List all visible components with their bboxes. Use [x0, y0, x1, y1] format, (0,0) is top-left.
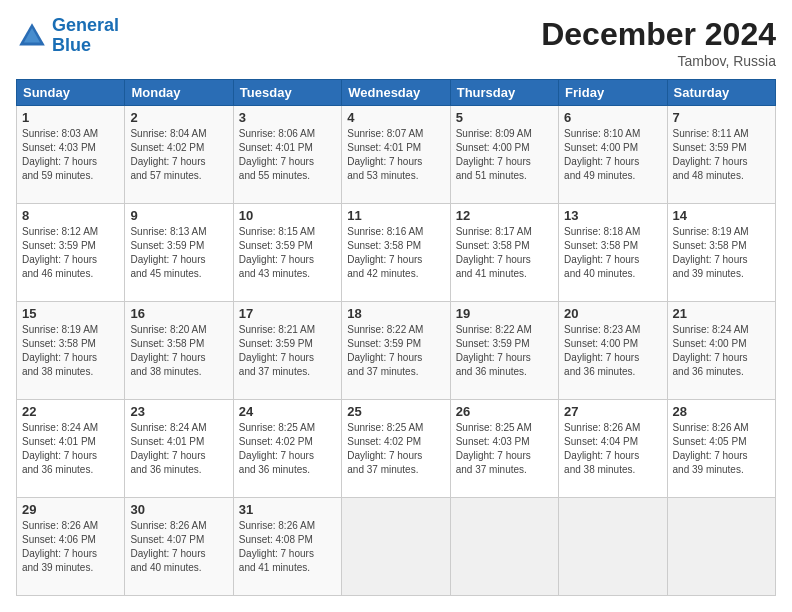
day-info: Sunrise: 8:16 AM Sunset: 3:58 PM Dayligh…	[347, 225, 444, 281]
calendar-table: Sunday Monday Tuesday Wednesday Thursday…	[16, 79, 776, 596]
calendar-cell: 14Sunrise: 8:19 AM Sunset: 3:58 PM Dayli…	[667, 204, 775, 302]
day-info: Sunrise: 8:10 AM Sunset: 4:00 PM Dayligh…	[564, 127, 661, 183]
day-number: 23	[130, 404, 227, 419]
calendar-cell: 25Sunrise: 8:25 AM Sunset: 4:02 PM Dayli…	[342, 400, 450, 498]
day-number: 5	[456, 110, 553, 125]
col-tuesday: Tuesday	[233, 80, 341, 106]
calendar-cell: 10Sunrise: 8:15 AM Sunset: 3:59 PM Dayli…	[233, 204, 341, 302]
calendar-cell: 13Sunrise: 8:18 AM Sunset: 3:58 PM Dayli…	[559, 204, 667, 302]
calendar-cell: 28Sunrise: 8:26 AM Sunset: 4:05 PM Dayli…	[667, 400, 775, 498]
day-number: 16	[130, 306, 227, 321]
day-info: Sunrise: 8:22 AM Sunset: 3:59 PM Dayligh…	[347, 323, 444, 379]
calendar-cell	[559, 498, 667, 596]
day-info: Sunrise: 8:12 AM Sunset: 3:59 PM Dayligh…	[22, 225, 119, 281]
day-info: Sunrise: 8:18 AM Sunset: 3:58 PM Dayligh…	[564, 225, 661, 281]
day-info: Sunrise: 8:23 AM Sunset: 4:00 PM Dayligh…	[564, 323, 661, 379]
calendar-cell: 16Sunrise: 8:20 AM Sunset: 3:58 PM Dayli…	[125, 302, 233, 400]
day-number: 27	[564, 404, 661, 419]
calendar-cell: 27Sunrise: 8:26 AM Sunset: 4:04 PM Dayli…	[559, 400, 667, 498]
col-saturday: Saturday	[667, 80, 775, 106]
day-number: 14	[673, 208, 770, 223]
day-info: Sunrise: 8:26 AM Sunset: 4:08 PM Dayligh…	[239, 519, 336, 575]
day-number: 9	[130, 208, 227, 223]
day-number: 10	[239, 208, 336, 223]
day-number: 29	[22, 502, 119, 517]
calendar-cell	[342, 498, 450, 596]
title-block: December 2024 Tambov, Russia	[541, 16, 776, 69]
calendar-cell: 6Sunrise: 8:10 AM Sunset: 4:00 PM Daylig…	[559, 106, 667, 204]
day-info: Sunrise: 8:26 AM Sunset: 4:05 PM Dayligh…	[673, 421, 770, 477]
day-number: 25	[347, 404, 444, 419]
day-number: 17	[239, 306, 336, 321]
calendar-week-1: 1Sunrise: 8:03 AM Sunset: 4:03 PM Daylig…	[17, 106, 776, 204]
calendar-cell: 3Sunrise: 8:06 AM Sunset: 4:01 PM Daylig…	[233, 106, 341, 204]
day-info: Sunrise: 8:22 AM Sunset: 3:59 PM Dayligh…	[456, 323, 553, 379]
calendar-cell: 19Sunrise: 8:22 AM Sunset: 3:59 PM Dayli…	[450, 302, 558, 400]
day-info: Sunrise: 8:09 AM Sunset: 4:00 PM Dayligh…	[456, 127, 553, 183]
page: General Blue December 2024 Tambov, Russi…	[0, 0, 792, 612]
calendar-cell: 5Sunrise: 8:09 AM Sunset: 4:00 PM Daylig…	[450, 106, 558, 204]
day-info: Sunrise: 8:17 AM Sunset: 3:58 PM Dayligh…	[456, 225, 553, 281]
calendar-cell: 23Sunrise: 8:24 AM Sunset: 4:01 PM Dayli…	[125, 400, 233, 498]
col-wednesday: Wednesday	[342, 80, 450, 106]
logo: General Blue	[16, 16, 119, 56]
col-sunday: Sunday	[17, 80, 125, 106]
day-number: 13	[564, 208, 661, 223]
day-info: Sunrise: 8:13 AM Sunset: 3:59 PM Dayligh…	[130, 225, 227, 281]
day-info: Sunrise: 8:19 AM Sunset: 3:58 PM Dayligh…	[22, 323, 119, 379]
calendar-cell: 15Sunrise: 8:19 AM Sunset: 3:58 PM Dayli…	[17, 302, 125, 400]
day-number: 4	[347, 110, 444, 125]
day-number: 30	[130, 502, 227, 517]
day-info: Sunrise: 8:24 AM Sunset: 4:01 PM Dayligh…	[130, 421, 227, 477]
calendar-cell: 2Sunrise: 8:04 AM Sunset: 4:02 PM Daylig…	[125, 106, 233, 204]
day-info: Sunrise: 8:11 AM Sunset: 3:59 PM Dayligh…	[673, 127, 770, 183]
day-number: 20	[564, 306, 661, 321]
day-number: 31	[239, 502, 336, 517]
day-info: Sunrise: 8:20 AM Sunset: 3:58 PM Dayligh…	[130, 323, 227, 379]
calendar-cell: 20Sunrise: 8:23 AM Sunset: 4:00 PM Dayli…	[559, 302, 667, 400]
day-number: 18	[347, 306, 444, 321]
calendar-cell	[667, 498, 775, 596]
calendar-cell: 8Sunrise: 8:12 AM Sunset: 3:59 PM Daylig…	[17, 204, 125, 302]
calendar-cell: 11Sunrise: 8:16 AM Sunset: 3:58 PM Dayli…	[342, 204, 450, 302]
calendar-cell: 7Sunrise: 8:11 AM Sunset: 3:59 PM Daylig…	[667, 106, 775, 204]
logo-icon	[16, 20, 48, 52]
day-info: Sunrise: 8:24 AM Sunset: 4:01 PM Dayligh…	[22, 421, 119, 477]
calendar-cell	[450, 498, 558, 596]
day-info: Sunrise: 8:25 AM Sunset: 4:02 PM Dayligh…	[347, 421, 444, 477]
calendar-week-3: 15Sunrise: 8:19 AM Sunset: 3:58 PM Dayli…	[17, 302, 776, 400]
calendar-week-4: 22Sunrise: 8:24 AM Sunset: 4:01 PM Dayli…	[17, 400, 776, 498]
calendar-week-2: 8Sunrise: 8:12 AM Sunset: 3:59 PM Daylig…	[17, 204, 776, 302]
day-info: Sunrise: 8:26 AM Sunset: 4:04 PM Dayligh…	[564, 421, 661, 477]
day-number: 6	[564, 110, 661, 125]
day-number: 22	[22, 404, 119, 419]
calendar-cell: 17Sunrise: 8:21 AM Sunset: 3:59 PM Dayli…	[233, 302, 341, 400]
calendar-cell: 21Sunrise: 8:24 AM Sunset: 4:00 PM Dayli…	[667, 302, 775, 400]
day-number: 11	[347, 208, 444, 223]
day-info: Sunrise: 8:04 AM Sunset: 4:02 PM Dayligh…	[130, 127, 227, 183]
day-number: 19	[456, 306, 553, 321]
day-number: 26	[456, 404, 553, 419]
calendar-cell: 18Sunrise: 8:22 AM Sunset: 3:59 PM Dayli…	[342, 302, 450, 400]
day-number: 12	[456, 208, 553, 223]
day-number: 21	[673, 306, 770, 321]
col-monday: Monday	[125, 80, 233, 106]
day-info: Sunrise: 8:03 AM Sunset: 4:03 PM Dayligh…	[22, 127, 119, 183]
calendar-header-row: Sunday Monday Tuesday Wednesday Thursday…	[17, 80, 776, 106]
calendar-cell: 24Sunrise: 8:25 AM Sunset: 4:02 PM Dayli…	[233, 400, 341, 498]
calendar-cell: 12Sunrise: 8:17 AM Sunset: 3:58 PM Dayli…	[450, 204, 558, 302]
day-number: 3	[239, 110, 336, 125]
day-info: Sunrise: 8:19 AM Sunset: 3:58 PM Dayligh…	[673, 225, 770, 281]
col-friday: Friday	[559, 80, 667, 106]
month-title: December 2024	[541, 16, 776, 53]
calendar-cell: 26Sunrise: 8:25 AM Sunset: 4:03 PM Dayli…	[450, 400, 558, 498]
calendar-cell: 22Sunrise: 8:24 AM Sunset: 4:01 PM Dayli…	[17, 400, 125, 498]
day-info: Sunrise: 8:25 AM Sunset: 4:03 PM Dayligh…	[456, 421, 553, 477]
day-info: Sunrise: 8:26 AM Sunset: 4:07 PM Dayligh…	[130, 519, 227, 575]
calendar-cell: 30Sunrise: 8:26 AM Sunset: 4:07 PM Dayli…	[125, 498, 233, 596]
calendar-cell: 4Sunrise: 8:07 AM Sunset: 4:01 PM Daylig…	[342, 106, 450, 204]
day-info: Sunrise: 8:25 AM Sunset: 4:02 PM Dayligh…	[239, 421, 336, 477]
day-info: Sunrise: 8:24 AM Sunset: 4:00 PM Dayligh…	[673, 323, 770, 379]
day-info: Sunrise: 8:21 AM Sunset: 3:59 PM Dayligh…	[239, 323, 336, 379]
calendar-cell: 9Sunrise: 8:13 AM Sunset: 3:59 PM Daylig…	[125, 204, 233, 302]
